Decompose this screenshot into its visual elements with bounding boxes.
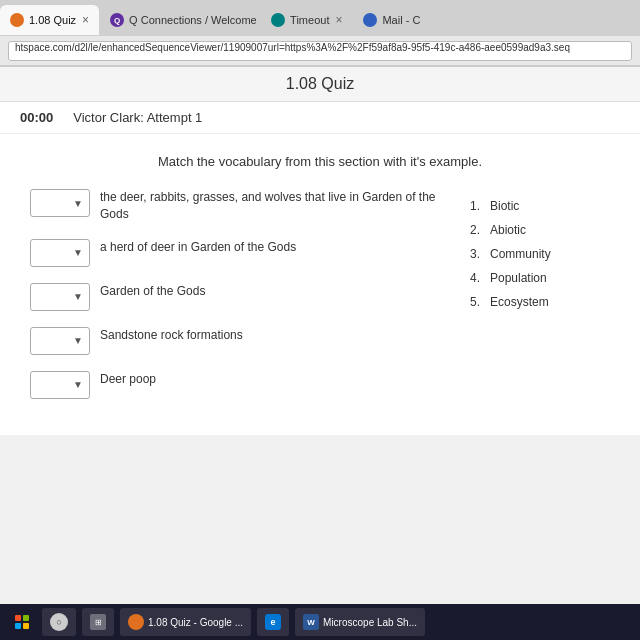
dropdown-1[interactable]: ▼	[30, 189, 90, 217]
chevron-down-icon-2: ▼	[73, 247, 83, 258]
start-button[interactable]	[8, 608, 36, 636]
question-text: Match the vocabulary from this section w…	[30, 154, 610, 169]
dropdown-2[interactable]: ▼	[30, 239, 90, 267]
match-description-4: Sandstone rock formations	[100, 327, 450, 344]
tab-icon-mail	[363, 13, 377, 27]
tab-label-quiz: 1.08 Quiz	[29, 14, 76, 26]
quiz-app-icon	[128, 614, 144, 630]
tab-label-mail: Mail - C	[382, 14, 420, 26]
tab-icon-connections: Q	[110, 13, 124, 27]
answer-item-1: 1. Biotic	[470, 199, 610, 213]
answer-number-1: 1.	[470, 199, 490, 213]
win-square-green	[23, 615, 29, 621]
win-square-yellow	[23, 623, 29, 629]
word-icon: W	[303, 614, 319, 630]
answer-item-5: 5. Ecosystem	[470, 295, 610, 309]
dropdown-3[interactable]: ▼	[30, 283, 90, 311]
match-description-3: Garden of the Gods	[100, 283, 450, 300]
taskbar-quiz-label: 1.08 Quiz - Google ...	[148, 617, 243, 628]
tab-label-timeout: Timeout	[290, 14, 329, 26]
answer-item-4: 4. Population	[470, 271, 610, 285]
matching-container: ▼ the deer, rabbits, grasses, and wolves…	[30, 189, 610, 415]
page-header: 1.08 Quiz	[0, 67, 640, 102]
quiz-timer: 00:00	[20, 110, 53, 125]
tab-close-quiz[interactable]: ×	[82, 13, 89, 27]
right-column: 1. Biotic 2. Abiotic 3. Community 4. Pop…	[470, 189, 610, 415]
quiz-body: Match the vocabulary from this section w…	[0, 134, 640, 435]
chevron-down-icon-3: ▼	[73, 291, 83, 302]
taskbar-quiz-button[interactable]: 1.08 Quiz - Google ...	[120, 608, 251, 636]
tab-1-08-quiz[interactable]: 1.08 Quiz ×	[0, 5, 99, 35]
tab-timeout[interactable]: Timeout ×	[261, 5, 352, 35]
answer-item-2: 2. Abiotic	[470, 223, 610, 237]
answer-item-3: 3. Community	[470, 247, 610, 261]
answer-text-community: Community	[490, 247, 610, 261]
page-title: 1.08 Quiz	[286, 75, 354, 92]
windows-logo-icon	[15, 615, 29, 629]
answer-text-biotic: Biotic	[490, 199, 610, 213]
quiz-info-bar: 00:00 Victor Clark: Attempt 1	[0, 102, 640, 134]
address-bar[interactable]: htspace.com/d2l/le/enhancedSequenceViewe…	[8, 41, 632, 61]
match-description-1: the deer, rabbits, grasses, and wolves t…	[100, 189, 450, 223]
edge-icon: e	[265, 614, 281, 630]
match-row-3: ▼ Garden of the Gods	[30, 283, 450, 311]
dropdown-4[interactable]: ▼	[30, 327, 90, 355]
tab-mail[interactable]: Mail - C	[353, 5, 430, 35]
answer-number-5: 5.	[470, 295, 490, 309]
taskbar-word-label: Microscope Lab Sh...	[323, 617, 417, 628]
chevron-down-icon-5: ▼	[73, 379, 83, 390]
taskbar: ○ ⊞ 1.08 Quiz - Google ... e W Microscop…	[0, 604, 640, 640]
taskbar-task-view-button[interactable]: ⊞	[82, 608, 114, 636]
match-description-2: a herd of deer in Garden of the Gods	[100, 239, 450, 256]
taskbar-edge-button[interactable]: e	[257, 608, 289, 636]
match-row-5: ▼ Deer poop	[30, 371, 450, 399]
answer-text-abiotic: Abiotic	[490, 223, 610, 237]
match-row-4: ▼ Sandstone rock formations	[30, 327, 450, 355]
taskbar-search-button[interactable]: ○	[42, 608, 76, 636]
chevron-down-icon-1: ▼	[73, 198, 83, 209]
tab-close-timeout[interactable]: ×	[335, 13, 342, 27]
answer-number-2: 2.	[470, 223, 490, 237]
left-column: ▼ the deer, rabbits, grasses, and wolves…	[30, 189, 450, 415]
tab-icon-quiz	[10, 13, 24, 27]
answer-number-4: 4.	[470, 271, 490, 285]
page-content: 1.08 Quiz 00:00 Victor Clark: Attempt 1 …	[0, 67, 640, 435]
win-square-red	[15, 615, 21, 621]
win-square-blue	[15, 623, 21, 629]
taskbar-word-button[interactable]: W Microscope Lab Sh...	[295, 608, 425, 636]
chevron-down-icon-4: ▼	[73, 335, 83, 346]
answer-text-ecosystem: Ecosystem	[490, 295, 610, 309]
tab-icon-timeout	[271, 13, 285, 27]
browser-chrome: 1.08 Quiz × Q Q Connections / Welcome × …	[0, 0, 640, 67]
answer-number-3: 3.	[470, 247, 490, 261]
attempt-info: Victor Clark: Attempt 1	[73, 110, 202, 125]
search-icon: ○	[50, 613, 68, 631]
address-bar-row: htspace.com/d2l/le/enhancedSequenceViewe…	[0, 36, 640, 66]
task-view-icon: ⊞	[90, 614, 106, 630]
match-description-5: Deer poop	[100, 371, 450, 388]
tab-connections[interactable]: Q Q Connections / Welcome ×	[100, 5, 260, 35]
tab-bar: 1.08 Quiz × Q Q Connections / Welcome × …	[0, 0, 640, 36]
match-row-1: ▼ the deer, rabbits, grasses, and wolves…	[30, 189, 450, 223]
match-row-2: ▼ a herd of deer in Garden of the Gods	[30, 239, 450, 267]
tab-label-connections: Q Connections / Welcome	[129, 14, 257, 26]
answer-text-population: Population	[490, 271, 610, 285]
dropdown-5[interactable]: ▼	[30, 371, 90, 399]
